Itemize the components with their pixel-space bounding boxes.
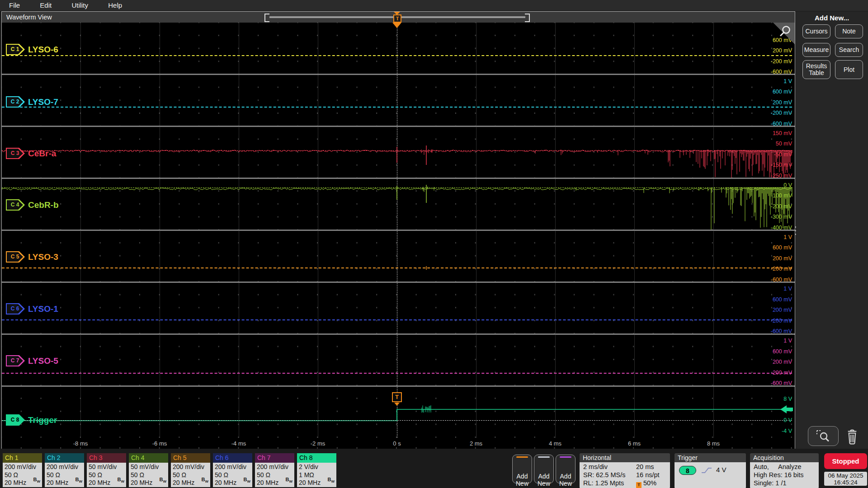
channel-name-label[interactable]: LYSO-1: [28, 303, 58, 315]
waveform-view-container: Waveform View T 600 mV200 mV-200 mV-600 …: [1, 11, 795, 449]
add-new-math-button[interactable]: Add New Math: [512, 455, 532, 483]
channel-badge-fill: C 7: [7, 356, 23, 366]
results-table-button[interactable]: Results Table: [802, 60, 830, 79]
channel-name-label[interactable]: LYSO-5: [28, 355, 58, 367]
trash-button[interactable]: [842, 427, 863, 446]
note-button[interactable]: Note: [835, 24, 863, 38]
channel-settings-card[interactable]: Ch 2200 mV/div50 Ω20 MHzBW: [45, 453, 84, 487]
panel-splitter-handle[interactable]: [793, 224, 797, 237]
menu-utility[interactable]: Utility: [71, 0, 88, 11]
channel-badge-fill: C 8: [7, 415, 23, 425]
horizontal-sample-rate: SR: 62.5 MS/s: [583, 471, 625, 479]
waveform-trace: [421, 149, 792, 178]
channel-name-label[interactable]: LYSO-3: [28, 251, 58, 263]
run-stop-status-button[interactable]: Stopped: [824, 453, 867, 469]
ref-accent: [538, 456, 550, 458]
channel-name-label[interactable]: LYSO-6: [28, 43, 58, 56]
channel-name-label[interactable]: LYSO-7: [28, 96, 58, 108]
menu-help[interactable]: Help: [108, 0, 122, 11]
axis-tick-label: -250 mV: [771, 173, 792, 179]
channel-baseline: [2, 267, 792, 268]
menu-edit[interactable]: Edit: [40, 0, 52, 11]
channel-settings-title: Ch 8: [297, 453, 336, 463]
bandwidth-limit-icon: BW: [159, 476, 166, 486]
channel-settings-row: Ch 1200 mV/div50 Ω20 MHzBWCh 2200 mV/div…: [3, 453, 336, 487]
axis-tick-label: 0 V: [783, 182, 792, 188]
axis-tick-label: -200 mV: [771, 203, 792, 210]
time-axis: -8 ms-6 ms-4 ms-2 ms0 s2 ms4 ms6 ms8 ms: [2, 438, 795, 449]
channel-baseline: [2, 319, 792, 320]
trigger-event-icon[interactable]: T: [392, 392, 402, 402]
channel-badge-fill: C 5: [7, 252, 23, 262]
axis-tick-label: 200 mV: [773, 359, 792, 365]
bandwidth-limit-icon: BW: [243, 476, 250, 486]
horizontal-record-length: RL: 1.25 Mpts: [583, 479, 624, 487]
channel-settings-title: Ch 4: [129, 453, 168, 463]
channel-settings-title: Ch 3: [87, 453, 126, 463]
zoom-box-icon: [816, 429, 831, 443]
add-new-bus-button[interactable]: Add New Bus: [556, 455, 576, 483]
channel-settings-body: 200 mV/div50 Ω20 MHzBW: [255, 463, 294, 487]
time-axis-label: 8 ms: [700, 440, 727, 447]
horizontal-title: Horizontal: [580, 453, 670, 462]
datetime-display: 06 May 2025 16:45:24: [824, 472, 867, 486]
tab-waveform-view[interactable]: Waveform View: [6, 12, 52, 23]
trigger-title: Trigger: [675, 453, 746, 462]
axis-tick-label: 200 mV: [773, 307, 792, 313]
bandwidth-limit-icon: BW: [75, 476, 82, 486]
plot-button[interactable]: Plot: [835, 60, 863, 79]
axis-tick-label: 600 mV: [773, 348, 792, 355]
channel-settings-card[interactable]: Ch 5200 mV/div50 Ω20 MHzBW: [171, 453, 210, 487]
channel-scale: 2 V/div: [299, 463, 335, 471]
axis-tick-label: -50 mV: [774, 151, 792, 158]
channel-settings-card[interactable]: Ch 7200 mV/div50 Ω20 MHzBW: [255, 453, 294, 487]
channel-name-label[interactable]: CeBr-a: [28, 147, 56, 160]
channel-baseline: [2, 188, 792, 188]
add-new-ref-button[interactable]: Add New Ref: [534, 455, 554, 483]
trigger-level-arrow-icon: [780, 405, 787, 413]
search-button[interactable]: Search: [835, 43, 863, 57]
axis-tick-label: 1 V: [783, 78, 792, 84]
channel-settings-card[interactable]: Ch 350 mV/div50 Ω20 MHzBW: [87, 453, 126, 487]
trigger-mini-icon: T: [636, 482, 642, 488]
waveform-trace: [2, 409, 792, 421]
trigger-event-pointer-icon: [394, 403, 400, 406]
channel-scale: 200 mV/div: [47, 463, 82, 471]
acquisition-resolution: High Res: 16 bits: [754, 471, 803, 479]
channel-settings-card[interactable]: Ch 6200 mV/div50 Ω20 MHzBW: [213, 453, 252, 487]
menu-file[interactable]: File: [9, 0, 20, 11]
axis-tick-label: -150 mV: [771, 162, 792, 168]
horizontal-panel[interactable]: Horizontal 2 ms/div 20 ms SR: 62.5 MS/s …: [580, 453, 670, 488]
trigger-overview-icon[interactable]: T: [393, 14, 401, 23]
magnifier-corner-icon[interactable]: [773, 23, 795, 46]
channel-name-label[interactable]: CebR-b: [28, 199, 59, 211]
channel-settings-card[interactable]: Ch 1200 mV/div50 Ω20 MHzBW: [3, 453, 42, 487]
axis-tick-label: 1 V: [783, 286, 792, 292]
trigger-panel[interactable]: Trigger 8 4 V: [675, 453, 746, 488]
channel-settings-card[interactable]: Ch 450 mV/div50 Ω20 MHzBW: [129, 453, 168, 487]
cursors-button[interactable]: Cursors: [802, 24, 830, 38]
zoom-tool-button[interactable]: [808, 426, 839, 446]
bandwidth-limit-icon: BW: [33, 476, 40, 486]
axis-tick-label: -600 mV: [771, 380, 792, 386]
channel-name-label[interactable]: Trigger: [28, 414, 57, 426]
channel-settings-card[interactable]: Ch 82 V/div1 MΩ20 MHzBW: [297, 453, 336, 487]
bandwidth-limit-icon: BW: [117, 476, 124, 486]
channel-scale: 50 mV/div: [131, 463, 166, 471]
acquisition-panel[interactable]: Acquisition Auto, Analyze High Res: 16 b…: [750, 453, 819, 488]
axis-tick-label: 1 V: [783, 338, 792, 344]
channel-settings-title: Ch 2: [45, 453, 84, 463]
measure-button[interactable]: Measure: [802, 43, 830, 57]
trigger-position-pointer-icon: [392, 23, 401, 28]
waveform-plot[interactable]: 600 mV200 mV-200 mV-600 mVC 1LYSO-61 V60…: [2, 23, 795, 438]
acquisition-analyze: Analyze: [778, 463, 802, 470]
time-axis-label: 0 s: [383, 440, 410, 447]
waveform-traces: [2, 23, 795, 438]
axis-tick-label: -200 mV: [771, 58, 792, 65]
channel-settings-title: Ch 6: [213, 453, 252, 463]
channel-badge-fill: C 2: [7, 97, 23, 107]
channel-settings-body: 50 mV/div50 Ω20 MHzBW: [129, 463, 168, 487]
axis-tick-label: -100 mV: [771, 192, 792, 199]
time-axis-label: -8 ms: [67, 440, 94, 447]
bandwidth-limit-icon: BW: [201, 476, 208, 486]
